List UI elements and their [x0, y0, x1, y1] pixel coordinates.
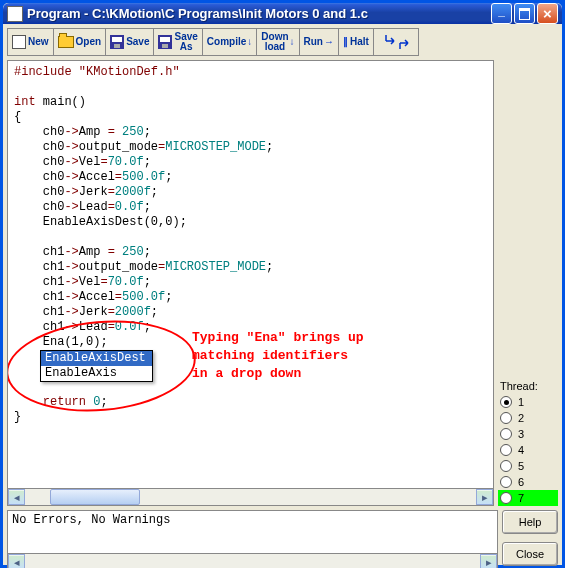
output-panel: ◂ ▸ [7, 510, 498, 568]
toolbar: New Open Save SaveAs Compile Dow [7, 28, 558, 56]
code-line: ch1->output_mode=MICROSTEP_MODE; [14, 260, 489, 275]
save-as-label: SaveAs [174, 32, 197, 52]
code-line: ch1->Jerk=2000f; [14, 305, 489, 320]
radio-icon [500, 396, 512, 408]
radio-icon [500, 460, 512, 472]
thread-number: 6 [518, 476, 524, 488]
autocomplete-item[interactable]: EnableAxis [41, 366, 152, 381]
maximize-button[interactable] [514, 3, 535, 24]
code-line [14, 80, 489, 95]
thread-label: Thread: [498, 380, 558, 392]
new-label: New [28, 37, 49, 47]
download-button[interactable]: Download [257, 28, 299, 56]
code-line: ch1->Amp = 250; [14, 245, 489, 260]
code-line: return 0; [14, 395, 489, 410]
editor-container: #include "KMotionDef.h" int main(){ ch0-… [7, 60, 494, 506]
save-as-button[interactable]: SaveAs [154, 28, 202, 56]
close-button[interactable] [537, 3, 558, 24]
radio-icon [500, 412, 512, 424]
close-panel-button[interactable]: Close [502, 542, 558, 566]
code-line: ch0->Jerk=2000f; [14, 185, 489, 200]
open-label: Open [76, 37, 102, 47]
halt-button[interactable]: Halt [339, 28, 374, 56]
scroll-right-button[interactable]: ▸ [480, 554, 497, 568]
thread-number: 5 [518, 460, 524, 472]
thread-option-5[interactable]: 5 [498, 458, 558, 474]
autocomplete-popup[interactable]: EnableAxisDestEnableAxis [40, 350, 153, 382]
code-line: ch0->Accel=500.0f; [14, 170, 489, 185]
thread-option-4[interactable]: 4 [498, 442, 558, 458]
window-title: Program - C:\KMotion\C Programs\Init Mot… [27, 6, 491, 21]
output-hscrollbar[interactable]: ◂ ▸ [7, 554, 498, 568]
scroll-left-button[interactable]: ◂ [8, 489, 25, 505]
code-line [14, 230, 489, 245]
side-button-column: Help Close [502, 510, 558, 568]
run-label: Run [304, 37, 323, 47]
scroll-thumb[interactable] [50, 489, 140, 505]
code-editor[interactable]: #include "KMotionDef.h" int main(){ ch0-… [7, 60, 494, 489]
autocomplete-item[interactable]: EnableAxisDest [41, 351, 152, 366]
compile-button[interactable]: Compile [203, 28, 257, 56]
new-file-icon [12, 35, 26, 49]
code-line: ch1->Vel=70.0f; [14, 275, 489, 290]
thread-option-2[interactable]: 2 [498, 410, 558, 426]
save-button[interactable]: Save [106, 28, 154, 56]
radio-icon [500, 444, 512, 456]
client-area: New Open Save SaveAs Compile Dow [3, 24, 562, 568]
help-button[interactable]: Help [502, 510, 558, 534]
minimize-button[interactable] [491, 3, 512, 24]
app-icon [7, 6, 23, 22]
scroll-track[interactable] [25, 489, 476, 505]
thread-number: 4 [518, 444, 524, 456]
save-icon [110, 35, 124, 49]
thread-number: 1 [518, 396, 524, 408]
annotation-text: Typing "Ena" brings up matching identifi… [192, 329, 364, 383]
compile-label: Compile [207, 37, 246, 47]
step-icon [382, 33, 410, 51]
bottom-row: ◂ ▸ Help Close [7, 510, 558, 568]
thread-number: 2 [518, 412, 524, 424]
program-window: Program - C:\KMotion\C Programs\Init Mot… [0, 0, 565, 568]
thread-number: 3 [518, 428, 524, 440]
halt-label: Halt [343, 37, 369, 47]
scroll-left-button[interactable]: ◂ [8, 554, 25, 568]
code-line: ch0->Amp = 250; [14, 125, 489, 140]
run-button[interactable]: Run [300, 28, 339, 56]
radio-icon [500, 492, 512, 504]
code-line: ch1->Accel=500.0f; [14, 290, 489, 305]
folder-open-icon [58, 36, 74, 48]
title-bar[interactable]: Program - C:\KMotion\C Programs\Init Mot… [3, 3, 562, 24]
download-label: Download [261, 32, 288, 52]
code-line: ch0->Lead=0.0f; [14, 200, 489, 215]
thread-option-6[interactable]: 6 [498, 474, 558, 490]
code-line: } [14, 410, 489, 425]
save-label: Save [126, 37, 149, 47]
scroll-track[interactable] [25, 554, 480, 568]
code-line: ch0->output_mode=MICROSTEP_MODE; [14, 140, 489, 155]
code-line: #include "KMotionDef.h" [14, 65, 489, 80]
new-button[interactable]: New [7, 28, 54, 56]
window-controls [491, 3, 558, 24]
radio-icon [500, 476, 512, 488]
editor-hscrollbar[interactable]: ◂ ▸ [7, 489, 494, 506]
radio-icon [500, 428, 512, 440]
code-line: EnableAxisDest(0,0); [14, 215, 489, 230]
scroll-right-button[interactable]: ▸ [476, 489, 493, 505]
code-line: int main() [14, 95, 489, 110]
code-line: { [14, 110, 489, 125]
step-button[interactable] [374, 28, 419, 56]
thread-panel: Thread: 1234567 [498, 60, 558, 506]
code-line: ch0->Vel=70.0f; [14, 155, 489, 170]
thread-option-1[interactable]: 1 [498, 394, 558, 410]
thread-number: 7 [518, 492, 524, 504]
open-button[interactable]: Open [54, 28, 107, 56]
thread-option-7[interactable]: 7 [498, 490, 558, 506]
output-text[interactable] [7, 510, 498, 554]
thread-option-3[interactable]: 3 [498, 426, 558, 442]
save-icon [158, 35, 172, 49]
main-split: #include "KMotionDef.h" int main(){ ch0-… [7, 60, 558, 506]
